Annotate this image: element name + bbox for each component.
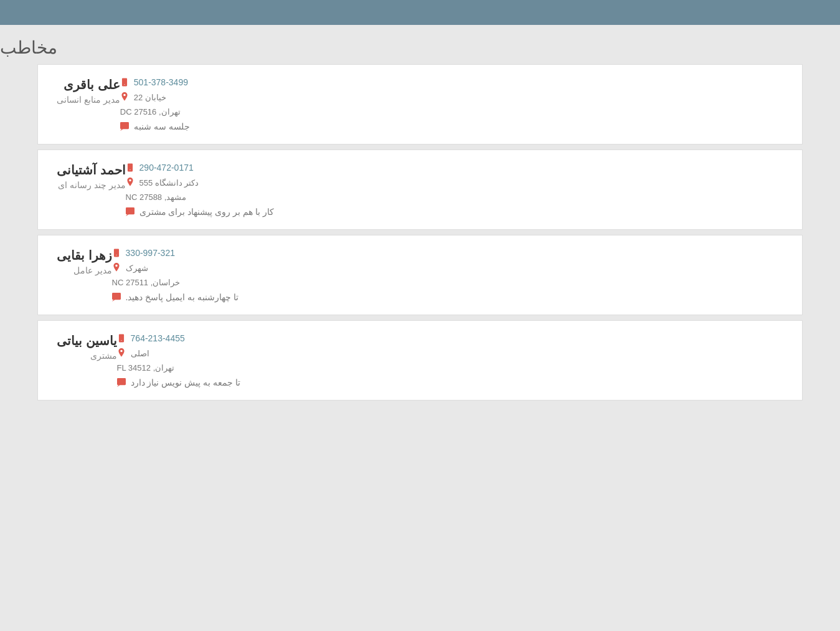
contact-name: علی باقری <box>57 77 120 92</box>
contact-card[interactable]: 501-378-3499 خیابان 22 <box>37 64 803 145</box>
note-icon <box>112 293 121 301</box>
note-icon <box>117 378 126 387</box>
phone-number: 330-997-321 <box>126 248 175 258</box>
location-icon <box>112 263 121 273</box>
svg-marker-7 <box>126 214 129 216</box>
content-area: 501-378-3499 خیابان 22 <box>37 64 803 401</box>
contact-card[interactable]: 764-213-4455 اصلی <box>37 320 803 401</box>
contact-info: زهرا بقایی مدیر عامل <box>57 248 112 275</box>
phone-row: 330-997-321 <box>112 248 175 258</box>
note-row: کار با هم بر روی پیشنهاد برای مشتری <box>126 207 274 217</box>
phone-number: 764-213-4455 <box>131 333 185 343</box>
contact-info: علی باقری مدیر منابع انسانی <box>57 77 120 105</box>
address-city-row: مشهد, NC 27588 <box>126 192 187 202</box>
phone-icon <box>120 78 129 87</box>
svg-rect-8 <box>113 249 118 257</box>
address-city: خراسان, NC 27511 <box>112 278 181 287</box>
contact-card[interactable]: 330-997-321 شهرک <box>37 235 803 315</box>
svg-marker-11 <box>112 300 115 301</box>
phone-number: 290-472-0171 <box>139 163 194 173</box>
contact-details: 290-472-0171 دکتر دانشگاه 555 <box>126 163 783 217</box>
address-street: اصلی <box>131 349 149 358</box>
page-title: مخاطب <box>0 37 57 58</box>
phone-number: 501-378-3499 <box>134 77 188 87</box>
address-city-row: تهران, FL 34512 <box>117 363 175 372</box>
contact-card[interactable]: 290-472-0171 دکتر دانشگاه 555 <box>37 149 803 230</box>
phone-row: 501-378-3499 <box>120 77 188 87</box>
phone-icon <box>126 163 134 172</box>
location-icon <box>117 348 126 358</box>
address-city-row: تهران, DC 27516 <box>120 107 181 116</box>
contact-name: یاسین بیاتی <box>57 333 117 348</box>
note-icon <box>126 207 134 216</box>
contact-role: مدیر منابع انسانی <box>57 95 120 105</box>
contact-details: 330-997-321 شهرک <box>112 248 783 302</box>
note-text: تا جمعه به پیش نویس نیاز دارد <box>131 377 240 387</box>
contact-info: احمد آشتیانی مدیر چند رسانه ای <box>57 163 126 190</box>
address-city: تهران, FL 34512 <box>117 363 175 372</box>
note-text: کار با هم بر روی پیشنهاد برای مشتری <box>139 207 274 217</box>
note-text: تا چهارشنبه به ایمیل پاسخ دهید. <box>126 292 238 302</box>
svg-rect-0 <box>122 78 127 87</box>
svg-marker-3 <box>120 129 123 131</box>
contact-name: احمد آشتیانی <box>57 163 126 178</box>
address-street-row: اصلی <box>117 348 149 358</box>
address-street: دکتر دانشگاه 555 <box>139 178 199 187</box>
address-city: تهران, DC 27516 <box>120 107 181 116</box>
svg-rect-2 <box>120 122 129 129</box>
address-street: شهرک <box>126 263 148 273</box>
svg-marker-15 <box>117 385 120 387</box>
contact-details: 501-378-3499 خیابان 22 <box>120 77 783 131</box>
contact-details: 764-213-4455 اصلی <box>117 333 783 387</box>
note-row: تا جمعه به پیش نویس نیاز دارد <box>117 377 240 387</box>
contact-role: مدیر عامل <box>57 265 112 275</box>
svg-rect-12 <box>118 334 123 343</box>
address-street-row: دکتر دانشگاه 555 <box>126 178 199 187</box>
address-street: خیابان 22 <box>134 93 166 102</box>
location-icon <box>120 92 129 102</box>
top-bar <box>0 0 840 25</box>
svg-rect-10 <box>112 293 121 300</box>
address-city: مشهد, NC 27588 <box>126 192 187 202</box>
address-city-row: خراسان, NC 27511 <box>112 278 181 287</box>
phone-icon <box>117 334 126 343</box>
svg-rect-14 <box>117 378 126 385</box>
contact-info: یاسین بیاتی مشتری <box>57 333 117 361</box>
note-row: جلسه سه شنبه <box>120 121 190 131</box>
address-street-row: خیابان 22 <box>120 92 166 102</box>
location-icon <box>126 178 134 187</box>
phone-icon <box>112 249 121 257</box>
phone-row: 764-213-4455 <box>117 333 185 343</box>
svg-rect-6 <box>126 207 134 214</box>
note-icon <box>120 122 129 131</box>
phone-row: 290-472-0171 <box>126 163 194 173</box>
contact-role: مشتری <box>57 351 117 361</box>
address-street-row: شهرک <box>112 263 148 273</box>
note-text: جلسه سه شنبه <box>134 121 190 131</box>
note-row: تا چهارشنبه به ایمیل پاسخ دهید. <box>112 292 238 302</box>
page-title-bar: مخاطب <box>0 25 840 64</box>
svg-rect-4 <box>127 164 132 172</box>
contact-name: زهرا بقایی <box>57 248 112 263</box>
contact-role: مدیر چند رسانه ای <box>57 180 126 190</box>
